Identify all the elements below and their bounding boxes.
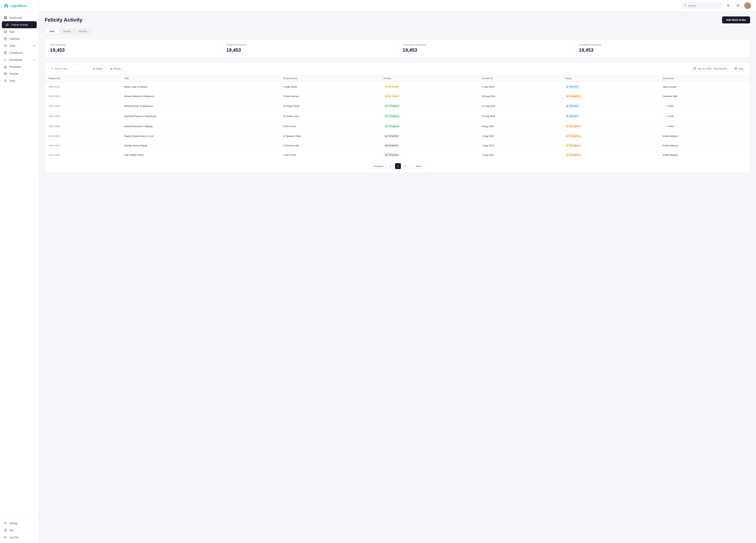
sidebar-item-felicity-activity[interactable]: Felicity Activity [2, 21, 37, 28]
svg-rect-2 [4, 18, 5, 19]
cell-title: Gas Safety Check [121, 150, 279, 160]
sidebar-item-label: Setting [9, 522, 17, 525]
cell-contractor: Cameron Will [659, 92, 750, 101]
tab-monthly[interactable]: Monthly [75, 29, 91, 34]
svg-point-12 [6, 73, 6, 74]
assign-button[interactable]: + Assign [663, 104, 676, 108]
sidebar-item-label: Task [9, 30, 15, 33]
sidebar-item-task[interactable]: Task [0, 28, 39, 35]
sidebar-item-calendar[interactable]: Calendar [0, 35, 39, 42]
message-button[interactable] [735, 2, 741, 9]
sidebar-item-label: Info [9, 529, 13, 532]
add-work-order-button[interactable]: Add Work Order [722, 16, 750, 23]
col-title: Title [121, 75, 279, 82]
view-button[interactable]: View [732, 66, 746, 72]
cell-request-id: #WO-0007 [45, 141, 121, 150]
status-filter-button[interactable]: ⊕ Status [90, 66, 106, 72]
col-property-unit: Property Unit [279, 75, 380, 82]
stat-assigned-requests: Assigned Requests 19,453 [221, 39, 397, 57]
svg-rect-1 [6, 16, 7, 18]
sidebar-item-logout[interactable]: Log Out [0, 534, 39, 541]
knowledge-icon [4, 58, 7, 61]
cell-request-id: #WO-0002 [45, 92, 121, 101]
chevron-right-icon: › [422, 165, 422, 168]
notification-button[interactable] [725, 2, 732, 9]
sidebar-bottom: Setting Info Log Out [0, 517, 39, 543]
contractor-name: Kristin Watson [663, 135, 678, 138]
cell-status: Emergency [561, 131, 659, 141]
sidebar-nav: Dashboard Felicity Activity Task Calenda… [0, 12, 39, 517]
content-area: Felicity Activity Add Work Order Daily W… [39, 11, 756, 543]
sidebar-item-label: Dashboard [9, 16, 22, 19]
table-row: #WO-0006 Faulty Smoke Alarm in Unit 47 Q… [45, 131, 750, 141]
next-page-button[interactable]: Next › [413, 164, 425, 169]
previous-page-button[interactable]: ‹ Previous [370, 164, 386, 169]
header [39, 0, 756, 11]
cell-priority: In Progress [380, 101, 478, 111]
page-2-button[interactable]: 2 [395, 163, 401, 169]
sidebar-item-info[interactable]: Info [0, 527, 39, 534]
stats-row: Total Requests 19,453 Assigned Requests … [45, 39, 750, 57]
stat-value: 19,453 [403, 47, 568, 53]
cell-property: 4 Elm Court [279, 121, 380, 131]
svg-point-16 [5, 530, 6, 530]
sidebar-item-label: Log Out [9, 536, 18, 539]
cell-property: 1 High Street [279, 82, 380, 92]
search-input[interactable] [688, 4, 719, 7]
col-posted-on: Posted On [478, 75, 561, 82]
date-range-picker[interactable]: Jan 20, 2024 - Feb 09,2024 [691, 66, 730, 72]
cell-status: Emergency [561, 150, 659, 160]
cell-contractor[interactable]: + Assign [659, 121, 750, 131]
cell-request-id: #WO-0003 [45, 101, 121, 111]
sidebar-item-properties[interactable]: Properties [0, 63, 39, 70]
svg-point-9 [5, 61, 6, 61]
contractor-name: Cameron Will [663, 95, 677, 98]
view-icon [735, 67, 737, 70]
sidebar-item-label: Felicity Activity [11, 23, 28, 26]
cell-contractor[interactable]: + Assign [659, 101, 750, 111]
table-search-bar[interactable] [49, 66, 88, 72]
page-title: Felicity Activity [45, 17, 82, 23]
sidebar-item-team[interactable]: Team [0, 77, 39, 84]
cell-posted: 1 Aug 2024 [478, 141, 561, 150]
sidebar-item-knowledge[interactable]: Knowledge ▾ [0, 56, 39, 63]
tab-daily[interactable]: Daily [45, 29, 59, 34]
assign-button[interactable]: + Assign [663, 124, 676, 129]
cell-priority: In Progress [380, 111, 478, 121]
table-row: #WO-0007 Garden Fence Repair 2 Primrose … [45, 141, 750, 150]
sidebar-item-dashboard[interactable]: Dashboard [0, 14, 39, 21]
stat-label: Assigned Requests [226, 43, 392, 46]
stat-label: Total Requests [50, 43, 216, 46]
search-icon [51, 67, 53, 70]
stat-value: 19,453 [50, 47, 216, 53]
cell-property: 47 Queen's Park [279, 131, 380, 141]
sidebar-item-label: CRM [9, 44, 15, 47]
sidebar-item-crm[interactable]: CRM ▾ [0, 42, 39, 49]
assign-button[interactable]: + Assign [663, 114, 676, 118]
svg-point-19 [51, 68, 53, 69]
sidebar-item-tenants[interactable]: Tenants [0, 70, 39, 77]
cell-property: 2 Primrose Hill [279, 141, 380, 150]
logo[interactable]: LightWork [0, 0, 39, 12]
sidebar-item-compliance[interactable]: Compliance [0, 49, 39, 56]
cell-title: Boiler Leak in Kitchen [121, 82, 279, 92]
cell-contractor[interactable]: + Assign [659, 111, 750, 121]
plus-icon: + [665, 125, 666, 128]
stat-label: Unassigned Requests [403, 43, 568, 46]
plus-icon: + [665, 115, 666, 117]
cell-contractor: Jane Cooper [659, 82, 750, 92]
avatar[interactable] [744, 2, 751, 9]
page-1-button[interactable]: 1 [388, 163, 394, 169]
cell-title: Broken Window In Bedroom [121, 92, 279, 101]
priority-filter-button[interactable]: ⊕ Priority [107, 66, 123, 72]
svg-rect-18 [737, 5, 739, 6]
search-bar[interactable] [681, 2, 722, 9]
table-search-input[interactable] [55, 67, 86, 70]
page-3-button[interactable]: 3 [402, 163, 408, 169]
contractor-name: Kristin Watson [663, 154, 678, 156]
cell-posted: 29 Aug 2024 [478, 92, 561, 101]
tab-weekly[interactable]: Weekly [59, 29, 75, 34]
sidebar-item-setting[interactable]: Setting [0, 520, 39, 527]
cell-request-id: #WO-0005 [45, 121, 121, 131]
stat-unassigned-requests: Unassigned Requests 19,453 [397, 39, 574, 57]
